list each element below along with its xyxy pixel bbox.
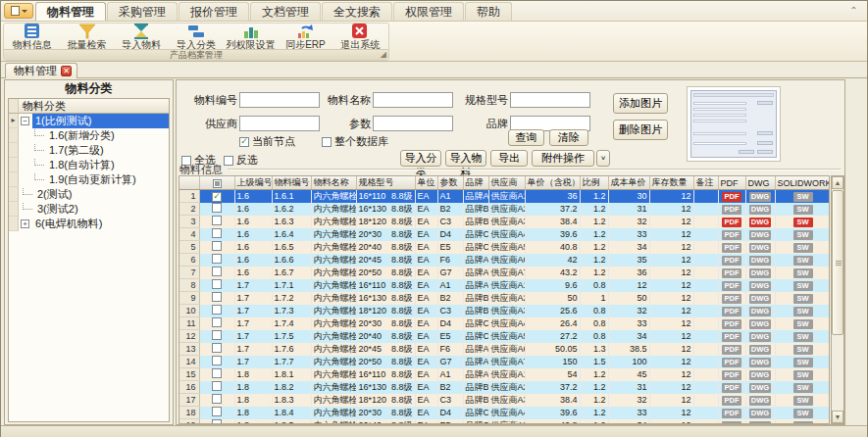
sw-badge[interactable]: SW	[793, 192, 813, 202]
dwg-badge[interactable]: DWG	[749, 332, 771, 342]
sw-badge[interactable]: SW	[793, 256, 813, 266]
sw-badge[interactable]: SW	[793, 281, 813, 291]
import-material-button[interactable]: 导入物料	[445, 150, 486, 167]
scroll-up-icon[interactable]: ▲	[832, 176, 843, 189]
row-checkbox[interactable]	[212, 241, 222, 251]
table-row[interactable]: 31.61.6.3内六角螺栓318*1208.8级EAC3品牌B供应商A338.…	[179, 216, 830, 228]
row-checkbox[interactable]	[212, 292, 222, 302]
material-code-input[interactable]	[239, 92, 320, 108]
current-node-checkbox-box[interactable]: ✓	[239, 137, 249, 147]
pdf-badge[interactable]: PDF	[722, 319, 741, 329]
tree-item-6[interactable]: 2(测试)	[9, 187, 169, 202]
row-checkbox[interactable]	[212, 330, 222, 340]
row-checkbox[interactable]	[212, 356, 222, 365]
column-header-check[interactable]	[199, 176, 234, 190]
sw-badge[interactable]: SW	[793, 358, 813, 367]
sw-badge[interactable]: SW	[793, 345, 813, 355]
table-row[interactable]: 91.71.7.2内六角螺栓216*1308.8级EAB2品牌B供应商A2501…	[179, 292, 830, 305]
table-row[interactable]: 61.61.6.6内六角螺栓620*458.8级EAF6品牌A供应商A6421.…	[179, 254, 830, 267]
minimize-ribbon-icon[interactable]: ⌃	[847, 5, 860, 18]
row-checkbox[interactable]	[212, 305, 222, 315]
table-row[interactable]: 161.81.8.2内六角螺栓216*1308.8级EAB2品牌B供应商A237…	[179, 381, 830, 394]
param-input[interactable]	[373, 116, 453, 131]
dwg-badge[interactable]: DWG	[749, 192, 771, 202]
tree-item-1[interactable]: ▸−1(比例测试)	[9, 114, 169, 128]
dwg-badge[interactable]: DWG	[749, 358, 771, 367]
material-name-input[interactable]	[373, 92, 453, 108]
sw-badge[interactable]: SW	[793, 421, 813, 424]
query-button[interactable]: 查询	[508, 129, 544, 146]
pdf-badge[interactable]: PDF	[722, 218, 741, 227]
table-row[interactable]: 191.81.8.5内六角螺栓520*408.8级EAE5品牌C供应商A540.…	[179, 419, 830, 425]
dwg-badge[interactable]: DWG	[749, 268, 771, 278]
batch-search-button[interactable]: 批量检索	[60, 24, 115, 51]
column-header-param[interactable]: 参数	[437, 176, 463, 190]
add-image-button[interactable]: 添加图片	[613, 93, 668, 114]
export-button[interactable]: 导出	[490, 150, 528, 167]
dwg-badge[interactable]: DWG	[749, 218, 771, 227]
column-header-unit[interactable]: 单位	[415, 176, 437, 190]
table-row[interactable]: 121.71.7.5内六角螺栓520*408.8级EAE5品牌C供应商A527.…	[179, 330, 830, 343]
close-tab-icon[interactable]: ✕	[61, 66, 72, 76]
column-header-seq[interactable]	[179, 176, 199, 190]
dwg-badge[interactable]: DWG	[749, 243, 771, 253]
table-row[interactable]: 1✓1.61.6.1内六角螺栓116*1108.8级EAA1品牌A供应商A136…	[179, 190, 830, 203]
sw-badge[interactable]: SW	[793, 332, 813, 342]
dwg-badge[interactable]: DWG	[749, 370, 771, 380]
column-header-code[interactable]: 物料编号	[272, 176, 311, 190]
group-dialog-launcher-icon[interactable]: ◢	[381, 50, 386, 59]
sw-badge[interactable]: SW	[793, 268, 813, 278]
whole-db-checkbox[interactable]: 整个数据库	[322, 134, 388, 149]
import-category-button[interactable]: 导入分类	[169, 24, 224, 51]
column-header-pdf[interactable]: PDF	[718, 176, 745, 190]
dwg-badge[interactable]: DWG	[749, 230, 771, 240]
pdf-badge[interactable]: PDF	[722, 345, 741, 355]
sw-badge[interactable]: SW	[793, 307, 813, 316]
dwg-badge[interactable]: DWG	[749, 294, 771, 304]
material-info-button[interactable]: 物料信息	[5, 24, 60, 51]
dwg-badge[interactable]: DWG	[749, 345, 771, 355]
scrollbar-thumb[interactable]	[832, 190, 843, 335]
expand-icon[interactable]: +	[21, 219, 29, 228]
tree-item-3[interactable]: 1.7(第二级)	[9, 143, 169, 158]
sw-badge[interactable]: SW	[793, 243, 813, 253]
sw-badge[interactable]: SW	[793, 409, 813, 418]
column-permission-button[interactable]: 列权限设置	[224, 24, 279, 51]
table-row[interactable]: 51.61.6.5内六角螺栓520*408.8级EAE5品牌C供应商A540.8…	[179, 241, 830, 254]
pdf-badge[interactable]: PDF	[722, 256, 741, 266]
pdf-badge[interactable]: PDF	[722, 281, 741, 291]
menu-tab-6[interactable]: 权限管理	[393, 2, 464, 21]
clear-button[interactable]: 清除	[549, 129, 588, 146]
dwg-badge[interactable]: DWG	[749, 281, 771, 291]
tree-item-7[interactable]: 3(测试2)	[9, 202, 169, 217]
scroll-down-icon[interactable]: ▼	[832, 411, 843, 423]
attachment-operations-button[interactable]: 附件操作	[532, 150, 594, 167]
row-checkbox[interactable]	[212, 216, 222, 225]
table-row[interactable]: 171.81.8.3内六角螺栓318*1208.8级EAC3品牌B供应商A338…	[179, 394, 830, 407]
dwg-badge[interactable]: DWG	[749, 307, 771, 316]
table-row[interactable]: 181.81.8.4内六角螺栓420*308.8级EAD4品牌C供应商A439.…	[179, 407, 830, 419]
tab-material-management[interactable]: 物料管理 ✕	[5, 63, 77, 78]
pdf-badge[interactable]: PDF	[722, 332, 741, 342]
table-row[interactable]: 21.61.6.2内六角螺栓216*1308.8级EAB2品牌B供应商A237.…	[179, 203, 830, 216]
dwg-badge[interactable]: DWG	[749, 421, 771, 424]
pdf-badge[interactable]: PDF	[722, 396, 741, 406]
pdf-badge[interactable]: PDF	[722, 243, 741, 253]
table-row[interactable]: 71.61.6.7内六角螺栓720*508.8级EAG7品牌A供应商A743.2…	[179, 267, 830, 279]
dwg-badge[interactable]: DWG	[749, 205, 771, 215]
dwg-badge[interactable]: DWG	[749, 383, 771, 393]
menu-tab-3[interactable]: 报价管理	[179, 2, 249, 21]
column-header-name[interactable]: 物料名称	[311, 176, 356, 190]
column-header-brand[interactable]: 品牌	[463, 176, 488, 190]
row-checkbox[interactable]	[212, 267, 222, 276]
tree-item-8[interactable]: +6(电焊机物料)	[9, 217, 169, 231]
sw-badge[interactable]: SW	[793, 294, 813, 304]
import-material-button[interactable]: 导入物料	[114, 24, 169, 51]
row-checkbox[interactable]	[212, 381, 222, 391]
app-menu-button[interactable]	[4, 3, 33, 19]
delete-image-button[interactable]: 删除图片	[613, 120, 668, 140]
exit-button[interactable]: 退出系统	[332, 24, 387, 51]
table-row[interactable]: 141.71.7.7内六角螺栓720*508.8级EAG7品牌A供应商A7150…	[179, 356, 830, 368]
menu-tab-2[interactable]: 采购管理	[107, 2, 178, 21]
column-header-sw[interactable]: SOLIDWORKS	[775, 176, 830, 190]
